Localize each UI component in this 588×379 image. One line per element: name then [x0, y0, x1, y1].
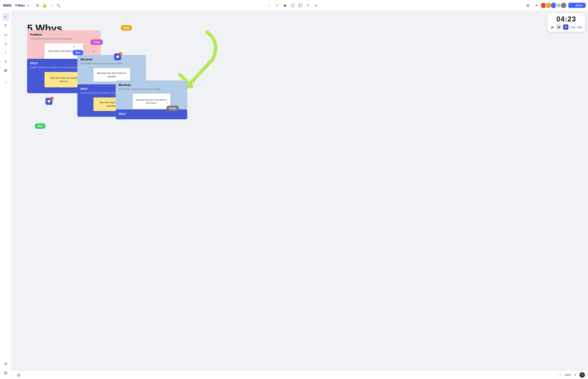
canvas: 5 Whys Problem The problem should be as …: [12, 11, 294, 190]
topbar-center: › ⚡ ◉ ⬜ 💬 ≡ ∨: [63, 2, 294, 9]
screen-icon[interactable]: ⬜: [289, 2, 294, 9]
why3-title: Why?: [119, 112, 184, 115]
pen-tool[interactable]: /: [2, 49, 10, 56]
lightning-icon[interactable]: ⚡: [274, 2, 281, 9]
comment-icon-1[interactable]: 💬 2: [114, 53, 121, 60]
why3-section: Why?: [116, 110, 187, 119]
why3-card: Why?: [116, 110, 187, 119]
settings-icon[interactable]: ⚙: [34, 2, 41, 9]
left-toolbar: ↖ T ▭ ◇ / A ⊞ » ↺ ⊟: [0, 11, 12, 190]
select-tool[interactable]: ↖: [2, 13, 10, 21]
svg-marker-4: [35, 119, 37, 122]
comment-badge-2[interactable]: 💬 3: [46, 98, 52, 105]
because2-sticky[interactable]: Because they aren't interested in this f…: [133, 94, 170, 109]
cursor-arrow-mae: [35, 119, 38, 122]
topbar: miro 5 Whys ★ ⚙ 🔔 ↑ 🔍 › ⚡ ◉ ⬜ 💬 ≡ ∨ ⊞ ✦ …: [0, 0, 294, 11]
comment-count-1: 2: [119, 52, 122, 56]
marker-tool[interactable]: A: [2, 58, 10, 65]
because1-sticky[interactable]: Because they don't know it's possible: [94, 68, 130, 82]
more-tools[interactable]: »: [2, 78, 10, 86]
frame-tool[interactable]: ⊞: [2, 66, 10, 74]
miro-logo[interactable]: miro: [3, 3, 11, 8]
comment-icon-2[interactable]: 💬 3: [46, 98, 52, 105]
search-icon[interactable]: 🔍: [55, 2, 62, 9]
notifications-icon[interactable]: 🔔: [41, 2, 48, 9]
problem-title: Problem: [30, 33, 97, 36]
svg-marker-1: [121, 20, 124, 23]
nav-back-icon[interactable]: ›: [266, 2, 273, 9]
timer-icon[interactable]: ◉: [281, 2, 288, 9]
because1-title: Because: [80, 58, 143, 61]
problem-desc: The problem should be as broad as possib…: [30, 37, 97, 40]
logo-area: miro 5 Whys ★: [0, 0, 33, 11]
because2-desc: The problem should be as broad as possib…: [119, 88, 184, 91]
board-title[interactable]: 5 Whys: [15, 4, 25, 7]
cursor-mae: Mae: [35, 119, 38, 123]
upload-icon[interactable]: ↑: [48, 2, 55, 9]
text-tool[interactable]: T: [2, 22, 10, 30]
comment-badge-1[interactable]: 💬 2: [114, 53, 121, 60]
comment-count-2: 3: [50, 97, 54, 100]
because2-title: Because: [119, 83, 184, 86]
star-icon[interactable]: ★: [27, 4, 30, 7]
because2-content: Because they aren't interested in this f…: [119, 91, 184, 112]
cursor-arrow-matt: [121, 20, 125, 24]
cursor-matt: Matt: [121, 20, 125, 25]
sticky-tool[interactable]: ▭: [2, 31, 10, 39]
because1-desc: The problem should be as broad as possib…: [80, 62, 143, 65]
topbar-tools: ⚙ 🔔 ↑ 🔍: [33, 2, 63, 9]
cursor-label-mae: Mae: [35, 123, 46, 129]
cursor-label-matt: Matt: [121, 25, 132, 31]
why3-header: Why?: [116, 110, 187, 119]
shape-tool[interactable]: ◇: [2, 40, 10, 47]
